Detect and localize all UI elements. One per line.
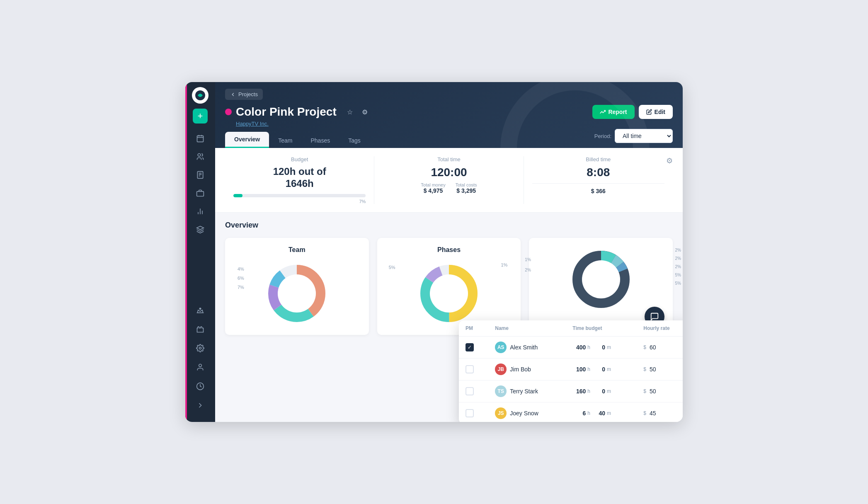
team-donut: 4% 6% 7% [233, 260, 361, 327]
settings-icon[interactable]: ⚙ [359, 106, 371, 118]
rate-value-2: 50 [650, 366, 656, 373]
sidebar-item-puzzle[interactable] [191, 321, 209, 337]
sidebar-item-person[interactable] [191, 359, 209, 376]
col-time-budget: Time budget [566, 320, 637, 337]
app-wrapper: + [185, 82, 683, 422]
logo [192, 87, 209, 104]
add-button[interactable]: + [193, 109, 208, 124]
team-table: PM Name Time budget Hourly rate [459, 320, 683, 422]
main-content: Projects Color Pink Project ☆ ⚙ Report [215, 82, 683, 422]
svg-point-17 [199, 364, 202, 367]
budget-pct: 7% [233, 199, 366, 204]
col-name: Name [488, 320, 566, 337]
stats-row: ⚙ Budget 120h out of1646h 7% Total time … [215, 148, 683, 213]
edit-button[interactable]: Edit [639, 105, 673, 119]
project-color-dot [225, 109, 232, 115]
name-3: Terry Stark [510, 388, 538, 395]
table-row: JB Jim Bob 100 h 0 m [459, 358, 683, 380]
svg-point-15 [199, 308, 201, 309]
sidebar-item-documents[interactable] [191, 167, 209, 183]
project-header: Projects Color Pink Project ☆ ⚙ Report [215, 82, 683, 148]
name-1: Alex Smith [510, 344, 538, 351]
sidebar-item-settings[interactable] [191, 340, 209, 356]
pm-checkbox-4[interactable] [459, 402, 488, 422]
stat-total-time: Total time 120:00 Total money $ 4,975 To… [374, 156, 524, 204]
content-area: Overview Team 4% 6% 7% [215, 213, 683, 422]
period-label: Period: [594, 133, 611, 139]
svg-point-29 [430, 274, 468, 313]
table-row: JS Joey Snow 6 h 40 m [459, 402, 683, 422]
svg-point-24 [278, 274, 316, 313]
rate-value-3: 50 [650, 388, 656, 395]
breadcrumb: Projects [225, 89, 673, 100]
tab-team[interactable]: Team [269, 133, 301, 148]
billed-time-label: Billed time [532, 156, 664, 162]
period-container: Period: All time This month This week [594, 129, 673, 143]
time-budget-1: 400 h 0 m [572, 344, 630, 351]
billed-time-value: 8:08 [532, 166, 664, 179]
project-title-left: Color Pink Project ☆ ⚙ [225, 105, 371, 119]
rate-value-1: 60 [650, 344, 656, 351]
sidebar-item-expand[interactable] [191, 397, 209, 414]
total-costs: Total costs $ 3,295 [456, 182, 477, 194]
col-pm: PM [459, 320, 488, 337]
name-cell-3: TS Terry Stark [495, 385, 559, 397]
svg-rect-1 [197, 136, 204, 142]
rate-value-4: 45 [650, 410, 656, 417]
budget-label: Budget [233, 156, 366, 162]
name-2: Jim Bob [510, 366, 531, 373]
tab-phases[interactable]: Phases [302, 133, 339, 148]
total-money: Total money $ 4,975 [421, 182, 445, 194]
name-cell-1: AS Alex Smith [495, 342, 559, 353]
company-link[interactable]: HappyTV Inc. [236, 121, 673, 127]
svg-rect-10 [197, 191, 204, 196]
header-actions: Report Edit [592, 105, 673, 119]
pm-checkbox-1[interactable] [459, 336, 488, 358]
rate-2: $ 50 [643, 366, 683, 373]
total-time-label: Total time [383, 156, 515, 162]
sidebar-item-clock[interactable] [191, 378, 209, 395]
total-time-value: 120:00 [383, 166, 515, 179]
pm-checkbox-2[interactable] [459, 358, 488, 380]
period-select[interactable]: All time This month This week [615, 129, 673, 143]
stat-billed-time: Billed time 8:08 $ 366 [524, 156, 673, 204]
tab-overview[interactable]: Overview [225, 132, 269, 148]
rate-4: $ 45 [643, 410, 683, 417]
billed-amount: $ 366 [532, 188, 664, 194]
back-label: Projects [238, 91, 258, 97]
name-cell-2: JB Jim Bob [495, 363, 559, 375]
sidebar-item-crown[interactable] [191, 302, 209, 318]
team-chart-block: Team 4% 6% 7% [225, 238, 369, 335]
pm-checkbox-3[interactable] [459, 380, 488, 402]
sidebar-item-briefcase[interactable] [191, 185, 209, 201]
svg-marker-14 [197, 226, 204, 230]
sidebar-item-chart[interactable] [191, 203, 209, 220]
avatar-2: JB [495, 363, 507, 375]
star-icon[interactable]: ☆ [344, 106, 356, 118]
rate-3: $ 50 [643, 388, 683, 395]
stats-gear-icon[interactable]: ⚙ [666, 156, 673, 165]
third-donut: 2% 2% 2% 5% 5% 1% 2% [537, 246, 664, 313]
team-label-1: 4% [238, 264, 244, 274]
report-button[interactable]: Report [592, 105, 634, 119]
sidebar-item-people[interactable] [191, 148, 209, 165]
table-row: AS Alex Smith 400 h 0 m [459, 336, 683, 358]
svg-point-5 [198, 154, 201, 157]
sidebar-nav [191, 130, 209, 302]
budget-value: 120h out of1646h [233, 166, 366, 190]
time-budget-2: 100 h 0 m [572, 366, 630, 373]
back-button[interactable]: Projects [225, 89, 263, 100]
budget-progress-bar [233, 194, 366, 197]
phases-donut: 5% 1% [386, 260, 513, 327]
col-hourly-rate: Hourly rate [637, 320, 683, 337]
table-row: TS Terry Stark 160 h 0 m [459, 380, 683, 402]
rate-1: $ 60 [643, 344, 683, 351]
sidebar-item-layers[interactable] [191, 221, 209, 238]
stat-budget: Budget 120h out of1646h 7% [225, 156, 374, 204]
overview-section-title: Overview [225, 221, 673, 230]
total-time-sub: Total money $ 4,975 Total costs $ 3,295 [383, 182, 515, 194]
team-chart-title: Team [233, 246, 361, 254]
avatar-4: JS [495, 407, 507, 419]
sidebar-item-calendar[interactable] [191, 130, 209, 147]
tab-tags[interactable]: Tags [339, 133, 370, 148]
